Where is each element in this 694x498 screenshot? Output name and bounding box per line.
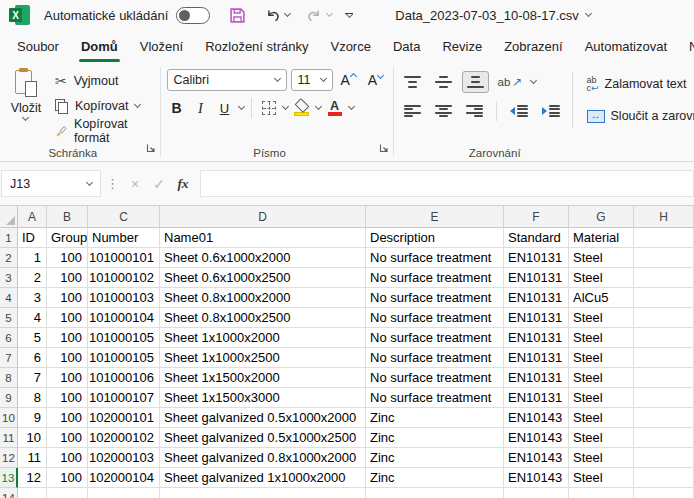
cell-B6[interactable]: 100 <box>47 328 88 348</box>
cell-C6[interactable]: 101000105 <box>88 328 160 348</box>
cell-A13[interactable]: 12 <box>18 468 47 488</box>
cell-H3[interactable] <box>634 268 694 288</box>
cell-E9[interactable]: No surface treatment <box>366 388 504 408</box>
cell-G2[interactable]: Steel <box>569 248 634 268</box>
select-all-corner[interactable] <box>0 206 18 228</box>
cell-G10[interactable]: Steel <box>569 408 634 428</box>
cell-A4[interactable]: 3 <box>18 288 47 308</box>
document-title[interactable]: Data_2023-07-03_10-08-17.csv <box>395 8 591 23</box>
cell-G5[interactable]: Steel <box>569 308 634 328</box>
cell-A10[interactable]: 9 <box>18 408 47 428</box>
cell-F6[interactable]: EN10131 <box>504 328 569 348</box>
cell-D4[interactable]: Sheet 0.8x1000x2000 <box>160 288 366 308</box>
row-header-14[interactable]: 14 <box>0 488 18 498</box>
cell-F10[interactable]: EN10143 <box>504 408 569 428</box>
cell-G8[interactable]: Steel <box>569 368 634 388</box>
row-header-9[interactable]: 9 <box>0 388 18 408</box>
cell-E13[interactable]: Zinc <box>366 468 504 488</box>
font-color-dropdown-chevron[interactable] <box>347 103 354 110</box>
cell-C13[interactable]: 102000104 <box>88 468 160 488</box>
cell-G12[interactable]: Steel <box>569 448 634 468</box>
cell-A7[interactable]: 6 <box>18 348 47 368</box>
cell-F2[interactable]: EN10131 <box>504 248 569 268</box>
column-header-E[interactable]: E <box>366 206 504 228</box>
cell-B4[interactable]: 100 <box>47 288 88 308</box>
increase-indent-button[interactable] <box>538 100 564 122</box>
cell-A1[interactable]: ID <box>18 228 47 248</box>
column-header-A[interactable]: A <box>18 206 47 228</box>
cell-C8[interactable]: 101000106 <box>88 368 160 388</box>
cell-H6[interactable] <box>634 328 694 348</box>
cell-G7[interactable]: Steel <box>569 348 634 368</box>
column-header-B[interactable]: B <box>47 206 88 228</box>
cell-F13[interactable]: EN10143 <box>504 468 569 488</box>
cell-A11[interactable]: 10 <box>18 428 47 448</box>
align-center-button[interactable] <box>431 100 456 122</box>
cell-B3[interactable]: 100 <box>47 268 88 288</box>
cell-D2[interactable]: Sheet 0.6x1000x2000 <box>160 248 366 268</box>
cell-D13[interactable]: Sheet galvanized 1x1000x2000 <box>160 468 366 488</box>
undo-dropdown-chevron[interactable] <box>284 10 291 17</box>
row-header-3[interactable]: 3 <box>0 268 18 288</box>
bold-button[interactable]: B <box>167 97 187 119</box>
cell-B10[interactable]: 100 <box>47 408 88 428</box>
cell-H7[interactable] <box>634 348 694 368</box>
formula-input[interactable] <box>200 170 694 197</box>
row-header-6[interactable]: 6 <box>0 328 18 348</box>
name-box[interactable]: J13 <box>1 170 101 197</box>
cell-H12[interactable] <box>634 448 694 468</box>
cell-C9[interactable]: 101000107 <box>88 388 160 408</box>
cell-F11[interactable]: EN10143 <box>504 428 569 448</box>
row-header-11[interactable]: 11 <box>0 428 18 448</box>
tab-vložení[interactable]: Vložení <box>129 30 194 62</box>
cell-B1[interactable]: Group <box>47 228 88 248</box>
tab-automatizovat[interactable]: Automatizovat <box>574 30 678 62</box>
format-painter-button[interactable]: Kopírovat formát <box>50 118 154 143</box>
cell-B9[interactable]: 100 <box>47 388 88 408</box>
cell-G13[interactable]: Steel <box>569 468 634 488</box>
cell-E11[interactable]: Zinc <box>366 428 504 448</box>
cell-H14[interactable] <box>634 488 694 498</box>
cell-E2[interactable]: No surface treatment <box>366 248 504 268</box>
cell-A14[interactable] <box>18 488 47 498</box>
borders-button[interactable] <box>259 97 279 119</box>
tab-data[interactable]: Data <box>382 30 431 62</box>
cut-button[interactable]: ✂ Vyjmout <box>50 68 154 93</box>
row-header-7[interactable]: 7 <box>0 348 18 368</box>
cell-A9[interactable]: 8 <box>18 388 47 408</box>
cell-D1[interactable]: Name01 <box>160 228 366 248</box>
row-header-4[interactable]: 4 <box>0 288 18 308</box>
row-header-1[interactable]: 1 <box>0 228 18 248</box>
customize-quick-access-toolbar-icon[interactable] <box>345 13 353 17</box>
paste-dropdown-chevron[interactable] <box>22 114 29 121</box>
cell-C12[interactable]: 102000103 <box>88 448 160 468</box>
cell-B5[interactable]: 100 <box>47 308 88 328</box>
cell-A2[interactable]: 1 <box>18 248 47 268</box>
tab-domů[interactable]: Domů <box>70 30 129 62</box>
cell-D9[interactable]: Sheet 1x1500x3000 <box>160 388 366 408</box>
cell-E14[interactable] <box>366 488 504 498</box>
cell-H9[interactable] <box>634 388 694 408</box>
cell-D12[interactable]: Sheet galvanized 0.8x1000x2000 <box>160 448 366 468</box>
cell-G14[interactable] <box>569 488 634 498</box>
align-middle-button[interactable] <box>431 71 456 93</box>
cell-C4[interactable]: 101000103 <box>88 288 160 308</box>
cell-H1[interactable] <box>634 228 694 248</box>
decrease-indent-button[interactable] <box>506 100 532 122</box>
wrap-text-button[interactable]: ab c↩ Zalamovat text <box>587 72 694 96</box>
cell-E7[interactable]: No surface treatment <box>366 348 504 368</box>
clipboard-dialog-launcher[interactable] <box>146 139 156 157</box>
cell-D5[interactable]: Sheet 0.8x1000x2500 <box>160 308 366 328</box>
row-header-5[interactable]: 5 <box>0 308 18 328</box>
undo-button[interactable] <box>259 3 295 27</box>
cell-B8[interactable]: 100 <box>47 368 88 388</box>
tab-soubor[interactable]: Soubor <box>6 30 70 62</box>
decrease-font-size-button[interactable]: A <box>364 71 387 89</box>
cell-B12[interactable]: 100 <box>47 448 88 468</box>
cell-A6[interactable]: 5 <box>18 328 47 348</box>
cell-G3[interactable]: Steel <box>569 268 634 288</box>
copy-button[interactable]: Kopírovat <box>50 93 154 118</box>
cell-A12[interactable]: 11 <box>18 448 47 468</box>
cell-A5[interactable]: 4 <box>18 308 47 328</box>
cell-B7[interactable]: 100 <box>47 348 88 368</box>
